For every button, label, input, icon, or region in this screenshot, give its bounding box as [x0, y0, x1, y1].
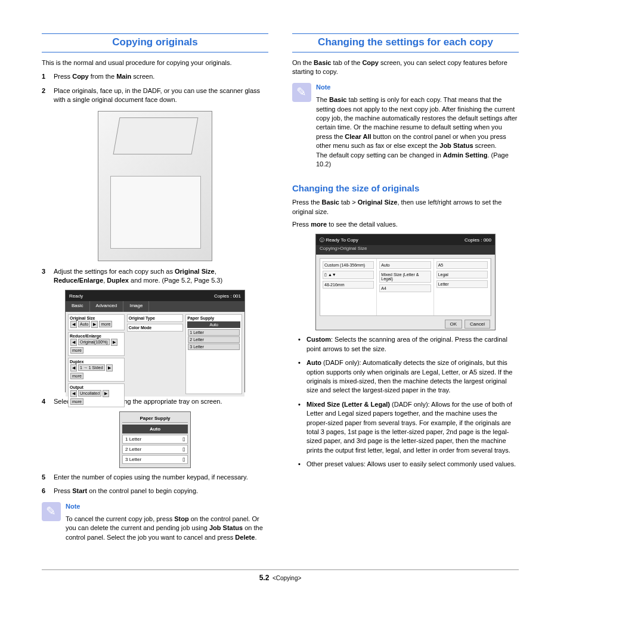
- note-left: Note To cancel the current copy job, pre…: [42, 502, 268, 546]
- subheading-size: Changing the size of originals: [292, 183, 519, 193]
- copy-basic-screen: ReadyCopies : 001 Basic Advanced Image O…: [65, 290, 245, 392]
- step-3: Adjust the settings for each copy such a…: [54, 267, 268, 286]
- section-heading-settings: Changing the settings for each copy: [292, 36, 519, 49]
- intro-text: This is the normal and usual procedure f…: [42, 58, 268, 67]
- size-options-list: Custom: Selects the scanning area of the…: [292, 335, 519, 469]
- page-footer: 5.2 <Copying>: [42, 569, 519, 582]
- step-1: Press Copy from the Main screen.: [54, 72, 268, 81]
- step-6: Press Start on the control panel to begi…: [54, 487, 268, 496]
- step-2: Place originals, face up, in the DADF, o…: [54, 86, 268, 105]
- steps-list: 1Press Copy from the Main screen. 2Place…: [42, 72, 268, 104]
- step-5: Enter the number of copies using the num…: [54, 473, 268, 482]
- note-icon: [42, 502, 61, 521]
- right-column: Changing the settings for each copy On t…: [292, 30, 519, 552]
- printer-illustration: [98, 111, 212, 261]
- paper-supply-panel: Paper Supply Auto 1 Letter▯ 2 Letter▯ 3 …: [119, 411, 191, 468]
- note-right: Note The Basic tab setting is only for e…: [292, 83, 519, 173]
- note-icon: [292, 83, 311, 102]
- original-size-screen: ⓘ Ready To CopyCopies : 000 Copying>Orig…: [315, 234, 496, 330]
- section-heading-copying: Copying originals: [42, 36, 268, 49]
- left-column: Copying originals This is the normal and…: [42, 30, 268, 552]
- intro-right: On the Basic tab of the Copy screen, you…: [292, 58, 519, 77]
